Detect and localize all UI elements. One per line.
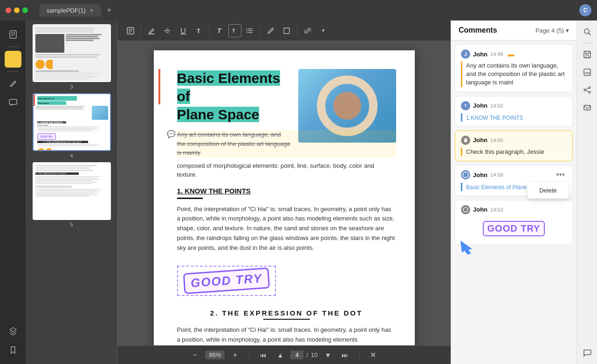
toolbar-sep-2 xyxy=(209,25,210,36)
toolbar-text-box-button[interactable]: T xyxy=(228,24,241,37)
maximize-window-button[interactable] xyxy=(22,7,28,13)
comment-2-time: 14:50 xyxy=(490,103,503,109)
total-pages: 10 xyxy=(311,351,317,358)
toolbar-underline-button[interactable] xyxy=(176,23,191,38)
comment-1-avatar: J xyxy=(461,49,470,59)
comment-bubble-icon: 💬 xyxy=(167,130,176,138)
page-info: Page 4 (5) ▾ xyxy=(535,27,569,34)
pdf-icon[interactable]: PDF xyxy=(580,65,595,80)
comment-5-time: 14:53 xyxy=(490,207,503,213)
last-page-button[interactable]: ⏭ xyxy=(338,349,351,362)
comment-1-header: J John 14:48 ▬ xyxy=(461,49,567,59)
sidebar-icon-page[interactable] xyxy=(5,26,21,43)
svg-text:T: T xyxy=(197,27,200,34)
comment-3-author: John xyxy=(473,137,487,144)
thumb-page-3-label: 3 xyxy=(70,84,73,89)
highlight-icon: ▬ xyxy=(508,50,515,58)
comment-4-more-button[interactable]: ••• xyxy=(554,170,567,180)
comment-5-author: John xyxy=(473,206,487,213)
comment-3-time: 14:50 xyxy=(490,137,503,143)
comment-1-time: 14:48 xyxy=(490,51,503,57)
comment-4-author: John xyxy=(473,172,487,179)
toolbar-text2-button[interactable]: T xyxy=(213,23,227,38)
thumbnail-page-3[interactable]: String 3 xyxy=(30,24,113,89)
svg-point-26 xyxy=(463,207,468,212)
toolbar-sep-4 xyxy=(297,25,297,36)
svg-rect-24 xyxy=(284,28,289,34)
thumbnail-page-4[interactable]: Basic Elements of Plane Space 1. KNOW TH… xyxy=(30,93,113,158)
comments-title: Comments xyxy=(459,26,497,34)
avatar: C xyxy=(579,4,591,16)
mail-icon[interactable] xyxy=(580,100,595,115)
zoom-out-button[interactable]: − xyxy=(188,349,201,362)
svg-point-21 xyxy=(247,28,247,29)
comment-3: 📋 John 14:50 Check this paragraph, Jessi… xyxy=(455,130,573,161)
sidebar-icon-highlight[interactable] xyxy=(5,51,21,68)
expand-icon[interactable]: ▾ xyxy=(566,27,569,34)
sidebar-divider-2 xyxy=(7,71,19,72)
share-icon[interactable] xyxy=(580,82,595,97)
new-tab-button[interactable]: + xyxy=(107,6,112,15)
comment-1-author: John xyxy=(473,51,487,58)
svg-point-22 xyxy=(247,30,247,31)
close-toolbar-button[interactable]: ✕ xyxy=(367,349,380,362)
comment-3-avatar: 📋 xyxy=(461,136,470,145)
save-icon[interactable] xyxy=(580,47,595,62)
svg-point-25 xyxy=(463,172,468,178)
toolbar-strikethrough-button[interactable] xyxy=(160,23,175,38)
section2-body: Point, the interpretation of "Ci Hai" is… xyxy=(177,325,396,345)
comment-2-ref-wrapper: 1.KNOW THE POINTS xyxy=(461,113,567,122)
comment-4-avatar xyxy=(461,170,470,179)
sidebar-icon-bookmark[interactable] xyxy=(5,342,21,358)
sidebar-icon-comment[interactable] xyxy=(5,94,21,111)
comment-2-header: T John 14:50 xyxy=(461,101,567,110)
comment-3-body-wrapper: Check this paragraph, Jessie xyxy=(461,148,567,156)
toolbar-link-button[interactable] xyxy=(300,23,315,38)
toolbar-text-button[interactable]: T xyxy=(192,23,206,38)
center-column: T T T ▾ xyxy=(117,21,451,364)
close-window-button[interactable] xyxy=(6,7,11,13)
sidebar-icon-edit[interactable] xyxy=(5,76,21,92)
next-page-button[interactable]: ▼ xyxy=(322,349,335,362)
thumb-page-4-label: 4 xyxy=(70,153,73,158)
toolbar-shape-button[interactable] xyxy=(279,23,294,38)
minimize-window-button[interactable] xyxy=(14,7,20,13)
section2-heading: 2. THE EXPRESSION OF THE DOT xyxy=(177,309,396,317)
search-icon[interactable] xyxy=(580,24,595,39)
zoom-level-display[interactable]: 86% xyxy=(205,350,225,359)
strikethrough-section: 💬 Any art contains its own language, and… xyxy=(177,130,396,158)
content-area[interactable]: Basic Elements of Plane Space 💬 Any art … xyxy=(117,41,451,345)
thumbnail-page-5[interactable]: 3. THE COMPOSITION OF POINTS 5 xyxy=(30,162,113,227)
toolbar-list-button[interactable] xyxy=(242,23,257,38)
svg-text:T: T xyxy=(217,27,222,34)
tab-samplepdf[interactable]: samplePDF(1) ✕ xyxy=(39,4,101,17)
right-bar-sep-1 xyxy=(582,43,593,43)
prev-page-button[interactable]: ▲ xyxy=(274,349,287,362)
pdf-page: Basic Elements of Plane Space 💬 Any art … xyxy=(154,50,415,345)
svg-rect-29 xyxy=(584,51,590,58)
comment-4-time: 14:50 xyxy=(490,172,503,178)
page-number-input[interactable] xyxy=(290,350,303,359)
comment-1-body: Any art contains its own language, and t… xyxy=(466,62,567,87)
sidebar-icon-layers[interactable] xyxy=(5,323,21,340)
delete-button[interactable]: Delete xyxy=(529,184,567,197)
toolbar-sep-1 xyxy=(141,25,141,36)
toolbar-more-button[interactable]: ▾ xyxy=(316,23,331,38)
svg-point-34 xyxy=(589,91,590,93)
zoom-in-button[interactable]: + xyxy=(228,349,241,362)
comment-4: John 14:50 ••• Basic Elements of Plane S… xyxy=(455,165,573,196)
toolbar-pen-button[interactable] xyxy=(263,23,278,38)
chat-icon[interactable] xyxy=(580,345,595,360)
left-accent-bar xyxy=(158,69,160,104)
good-try-sticker-small: GOOD TRY xyxy=(483,221,545,236)
svg-rect-5 xyxy=(9,99,17,104)
toolbar-note-button[interactable] xyxy=(123,23,138,38)
first-page-button[interactable]: ⏮ xyxy=(257,349,270,362)
left-sidebar xyxy=(0,21,26,364)
titlebar: samplePDF(1) ✕ + C xyxy=(0,0,597,21)
tab-close-button[interactable]: ✕ xyxy=(89,7,94,14)
toolbar: T T T ▾ xyxy=(117,21,451,41)
svg-rect-30 xyxy=(586,55,589,58)
comment-3-body: Check this paragraph, Jessie xyxy=(466,148,567,156)
toolbar-highlight-button[interactable] xyxy=(144,23,159,38)
